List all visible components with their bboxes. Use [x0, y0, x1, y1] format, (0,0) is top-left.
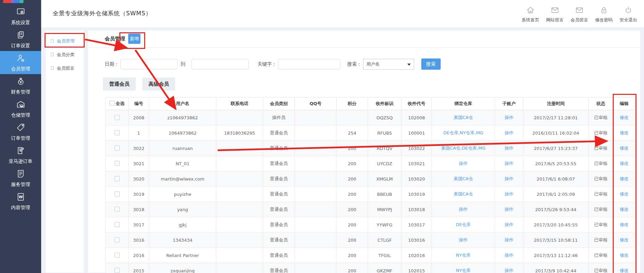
warehouse-link[interactable]: NY仓库 — [456, 253, 471, 258]
warehouse-link[interactable]: 操作 — [459, 161, 468, 166]
sidebar-item-5[interactable]: 订单管理 — [0, 120, 41, 143]
cell-member-type: 普通会员 — [263, 156, 295, 171]
cell-points — [337, 110, 368, 125]
edit-link[interactable]: 修改 — [620, 268, 629, 273]
sub-account-link[interactable]: 操作 — [505, 222, 513, 227]
topnav-item-2[interactable]: 会员留言 — [569, 6, 590, 23]
cell-points: 254 — [337, 125, 368, 141]
topnav-item-label: 修改密码 — [595, 17, 613, 23]
tab-normal-members[interactable]: 普通会员 — [103, 78, 136, 90]
cell-warehouse: 操作 — [432, 156, 495, 171]
cell-member-type: 普通会员 — [263, 171, 295, 187]
row-checkbox[interactable] — [115, 237, 120, 242]
cell-register-time: 2016/10/11 16:02:04 — [523, 125, 589, 141]
sub-account-link[interactable]: 操作 — [505, 130, 513, 135]
warehouse-link[interactable]: 操作 — [459, 237, 468, 242]
table-row: 3021NT_01普通会员200UYCDZ103021操作操作2017/6/5 … — [106, 156, 635, 171]
cell-warehouse: 操作 — [432, 202, 495, 217]
sidebar-item-1[interactable]: 订单设置 — [0, 28, 41, 51]
sidebar-item-7[interactable]: 服务管理 — [0, 167, 41, 190]
edit-link[interactable]: 修改 — [620, 207, 629, 212]
warehouse-link[interactable]: 美国CA仓 — [454, 176, 473, 181]
edit-link[interactable]: 修改 — [620, 115, 629, 120]
panel-title: 会员管理 — [105, 36, 125, 42]
select-all-checkbox[interactable] — [109, 101, 115, 106]
warehouse-link[interactable]: 美国CA仓,DE仓库,MG — [441, 146, 486, 151]
cell-warehouse: 美国CA仓 — [432, 171, 495, 187]
sidebar-item-4[interactable]: 仓储管理 — [0, 97, 41, 120]
sub-account-link[interactable]: 操作 — [505, 146, 513, 151]
warehouse-link[interactable]: 美国CA仓 — [454, 191, 473, 197]
sidebar-item-6[interactable]: 亚马逊订单 — [0, 143, 41, 167]
row-checkbox[interactable] — [115, 253, 120, 258]
row-checkbox[interactable] — [115, 130, 120, 135]
sidebar-item-0[interactable]: 系统设置 — [0, 5, 41, 28]
edit-link[interactable]: 修改 — [620, 130, 629, 135]
cell-edit: 修改 — [613, 202, 635, 217]
cell-recv-number: 103016 — [402, 233, 432, 248]
edit-link[interactable]: 修改 — [620, 161, 629, 166]
sub-account-link[interactable]: 操作 — [505, 268, 513, 273]
edit-link[interactable]: 修改 — [620, 253, 629, 258]
cell-sub-account: 操作 — [495, 171, 523, 187]
cell-recv-code: OQZSQ — [368, 110, 402, 125]
sidebar-item-label: 会员管理 — [11, 66, 30, 72]
sidebar-item-8[interactable]: W内容管理 — [0, 190, 41, 213]
warehouse-link[interactable]: 美国CA仓 — [454, 115, 473, 120]
search-button[interactable]: 搜索 — [421, 58, 441, 70]
sidebar-item-2[interactable]: 会员管理 — [0, 51, 41, 74]
sub-account-link[interactable]: 操作 — [505, 253, 513, 258]
warehouse-link[interactable]: DE仓库 — [456, 222, 471, 227]
row-checkbox[interactable] — [115, 146, 120, 151]
edit-link[interactable]: 修改 — [620, 176, 629, 181]
row-checkbox[interactable] — [115, 268, 120, 273]
row-checkbox[interactable] — [115, 161, 120, 166]
date-from-input[interactable] — [120, 59, 177, 69]
subsidebar-item-2[interactable]: 会员留言 — [46, 62, 84, 75]
cell-id: 3017 — [129, 217, 149, 233]
cell-id: 2015 — [129, 263, 149, 273]
row-checkbox[interactable] — [115, 207, 120, 212]
edit-link[interactable]: 修改 — [620, 146, 629, 151]
warehouse-link[interactable]: 操作 — [459, 207, 468, 212]
edit-link[interactable]: 修改 — [620, 191, 629, 197]
topnav-item-0[interactable]: 系统首页 — [520, 6, 541, 23]
topnav-item-3[interactable]: 修改密码 — [593, 6, 615, 23]
sub-account-link[interactable]: 操作 — [505, 191, 513, 197]
tab-premium-members[interactable]: 高级会员 — [142, 78, 175, 90]
warehouse-link[interactable]: DE仓库,NY仓库,MG — [443, 130, 483, 135]
topnav-item-1[interactable]: 网站留言 — [544, 6, 566, 23]
sidebar-item-3[interactable]: 财务管理 — [0, 74, 41, 97]
cell-edit: 修改 — [613, 217, 635, 233]
sub-account-link[interactable]: 操作 — [505, 207, 513, 212]
edit-link[interactable]: 修改 — [620, 222, 629, 227]
cell-recv-code: GKZMF — [368, 263, 402, 273]
keyword-input[interactable] — [278, 59, 340, 69]
sub-account-link[interactable]: 操作 — [505, 237, 513, 242]
row-checkbox[interactable] — [115, 176, 120, 181]
column-header-label: 绑定仓库 — [455, 101, 472, 106]
sub-account-link[interactable]: 操作 — [505, 115, 513, 120]
chevron-down-icon — [407, 64, 411, 66]
topnav-item-4[interactable]: 安全退出 — [617, 6, 639, 23]
edit-link[interactable]: 修改 — [620, 237, 629, 242]
filter-bar: 日期 : 到 关键字 : 搜索 : 用户名 搜索 — [88, 58, 640, 70]
subsidebar-item-0[interactable]: 会员管理 — [46, 34, 84, 48]
warehouse-link[interactable]: NY仓库 — [456, 268, 471, 273]
sub-account-link[interactable]: 操作 — [505, 161, 513, 166]
amazon-orders-icon — [16, 146, 26, 157]
row-checkbox[interactable] — [115, 115, 120, 120]
sub-account-link[interactable]: 操作 — [505, 176, 513, 181]
subsidebar-item-1[interactable]: 会员分类 — [46, 48, 84, 62]
row-checkbox[interactable] — [115, 222, 120, 227]
cell-register-time: 2017/5/26 9:53:44 — [523, 202, 589, 217]
add-button[interactable]: 新增 — [128, 34, 140, 44]
date-to-input[interactable] — [191, 59, 249, 69]
search-type-select[interactable]: 用户名 — [363, 59, 414, 70]
page-title: 全景专业级海外仓储系统（SWMS） — [53, 10, 152, 17]
topnav-item-label: 网站留言 — [546, 17, 564, 23]
column-header-4: 会员类别 — [263, 98, 295, 110]
row-checkbox[interactable] — [115, 191, 120, 197]
cell-qq — [295, 171, 337, 187]
cell-status: 已审核 — [589, 202, 613, 217]
